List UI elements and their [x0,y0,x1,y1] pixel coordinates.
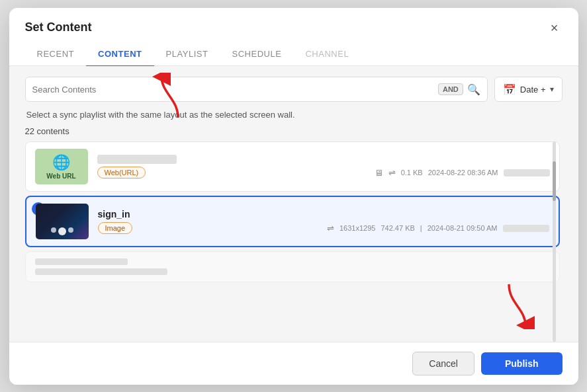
item-date: 2024-08-22 08:36 AM [428,169,498,176]
item-user-blur [504,169,550,176]
screen-icon: 🖥 [375,168,383,178]
publish-button[interactable]: Publish [481,352,563,375]
item-size: 742.47 KB [381,224,414,232]
tab-content[interactable]: CONTENT [86,42,154,67]
tab-recent[interactable]: RECENT [25,42,87,67]
search-row: AND 🔍 📅 Date + ▾ [25,77,563,102]
search-input[interactable] [32,85,434,95]
item-date: 2024-08-21 09:50 AM [428,224,498,232]
web-url-label: Web URL [46,173,75,180]
scrollbar-thumb[interactable] [553,161,556,201]
item-size: 0.1 KB [401,169,423,176]
content-list-wrapper: 🌐 Web URL Web(URL) 🖥 ⇌ 0.1 KB [25,141,563,342]
tab-schedule[interactable]: SCHEDULE [220,42,293,67]
item-tag: Image [98,222,133,234]
item-meta: 🖥 ⇌ 0.1 KB 2024-08-22 08:36 AM [375,168,550,178]
date-filter-button[interactable]: 📅 Date + ▾ [494,77,563,102]
tab-bar: RECENT CONTENT PLAYLIST SCHEDULE CHANNEL [9,42,578,67]
share-icon: ⇌ [388,168,396,178]
search-icon-button[interactable]: 🔍 [467,83,480,96]
dialog-header: Set Content × [9,8,578,36]
calendar-icon: 📅 [503,83,516,96]
date-label: Date + [520,85,546,95]
item-name-blur [97,155,177,164]
chevron-down-icon: ▾ [550,85,554,94]
item-resolution: 1631x1295 [339,224,375,232]
dialog-body: AND 🔍 📅 Date + ▾ Select a sync playlist … [9,66,578,342]
item-info: sign_in Image ⇌ 1631x1295 742.47 KB | 20… [98,209,549,234]
partial-blur-line2 [35,268,167,275]
item-thumbnail: 🌐 Web URL [35,149,88,184]
info-text: Select a sync playlist with the same lay… [25,110,563,120]
cancel-button[interactable]: Cancel [412,352,474,375]
tab-playlist[interactable]: PLAYLIST [154,42,220,67]
and-badge: AND [438,83,463,95]
item-meta: ⇌ 1631x1295 742.47 KB | 2024-08-21 09:50… [327,223,549,233]
item-row-bottom: Image ⇌ 1631x1295 742.47 KB | 2024-08-21… [98,222,549,234]
dialog-title: Set Content [25,20,92,34]
scrollbar-track[interactable] [553,141,556,342]
content-count: 22 contents [25,126,563,136]
tab-channel[interactable]: CHANNEL [293,42,361,67]
share-icon: ⇌ [327,223,334,233]
globe-icon: 🌐 [52,154,70,171]
item-tag: Web(URL) [97,167,146,178]
content-list: 🌐 Web URL Web(URL) 🖥 ⇌ 0.1 KB [25,141,563,282]
item-row-bottom: Web(URL) 🖥 ⇌ 0.1 KB 2024-08-22 08:36 AM [97,167,550,178]
dialog-footer: Cancel Publish [9,342,578,385]
list-item-selected[interactable]: ✓ sign_i [25,196,560,247]
list-item[interactable]: 🌐 Web URL Web(URL) 🖥 ⇌ 0.1 KB [25,141,560,192]
item-user-blur [503,225,549,232]
search-box: AND 🔍 [25,77,488,102]
item-thumbnail [36,204,89,239]
partial-blur-line1 [35,258,128,265]
list-item-partial[interactable] [25,251,560,282]
item-info: Web(URL) 🖥 ⇌ 0.1 KB 2024-08-22 08:36 AM [97,155,550,178]
close-button[interactable]: × [547,20,563,36]
item-name: sign_in [98,209,549,219]
